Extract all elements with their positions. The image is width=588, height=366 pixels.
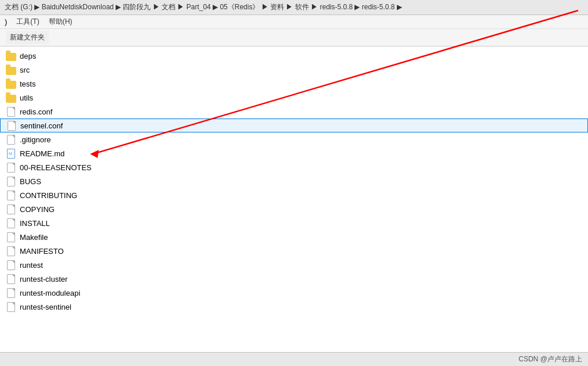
file-name-label: sentinel.conf bbox=[20, 121, 63, 130]
file-icon bbox=[7, 191, 15, 200]
new-folder-button[interactable]: 新建文件夹 bbox=[6, 31, 49, 44]
list-item[interactable]: redis.conf bbox=[0, 105, 588, 119]
file-name-label: src bbox=[20, 66, 30, 74]
file-name-label: runtest-cluster bbox=[20, 275, 67, 284]
file-icon bbox=[7, 177, 15, 186]
file-name-label: runtest-sentinel bbox=[20, 303, 71, 311]
file-icon bbox=[7, 163, 15, 173]
file-name-label: MANIFESTO bbox=[20, 247, 64, 256]
file-icon bbox=[7, 232, 15, 242]
file-icon bbox=[7, 107, 15, 117]
file-name-label: utils bbox=[20, 94, 33, 102]
list-item[interactable]: MANIFESTO bbox=[0, 244, 588, 258]
file-name-label: 00-RELEASENOTES bbox=[20, 163, 92, 172]
list-item[interactable]: README.md bbox=[0, 146, 588, 160]
file-icon bbox=[7, 218, 15, 228]
file-name-label: redis.conf bbox=[20, 107, 52, 116]
file-icon bbox=[7, 260, 15, 270]
list-item[interactable]: runtest-cluster bbox=[0, 272, 588, 286]
list-item[interactable]: sentinel.conf bbox=[0, 119, 588, 132]
list-item[interactable]: tests bbox=[0, 77, 588, 91]
file-name-label: .gitignore bbox=[20, 135, 51, 144]
list-item[interactable]: utils bbox=[0, 91, 588, 105]
folder-icon bbox=[6, 53, 16, 61]
list-item[interactable]: deps bbox=[0, 49, 588, 63]
file-name-label: COPYING bbox=[20, 205, 55, 214]
file-icon bbox=[8, 121, 16, 131]
list-item[interactable]: INSTALL bbox=[0, 216, 588, 230]
status-text: CSDN @卢卢在路上 bbox=[518, 354, 582, 364]
file-icon bbox=[7, 246, 15, 256]
toolbar: 新建文件夹 bbox=[0, 29, 588, 46]
list-item[interactable]: COPYING bbox=[0, 202, 588, 216]
menu-help[interactable]: 帮助(H) bbox=[49, 17, 73, 27]
breadcrumb-text: 文档 (G:) ▶ BaiduNetdiskDownload ▶ 四阶段九 ▶ … bbox=[5, 2, 402, 12]
file-name-label: README.md bbox=[20, 149, 64, 158]
file-name-label: Makefile bbox=[20, 233, 48, 242]
file-icon bbox=[7, 135, 15, 145]
md-file-icon bbox=[7, 149, 15, 159]
file-icon bbox=[7, 302, 15, 312]
file-name-label: deps bbox=[20, 52, 36, 60]
folder-icon bbox=[6, 67, 16, 75]
list-item[interactable]: 00-RELEASENOTES bbox=[0, 160, 588, 174]
menu-tools[interactable]: 工具(T) bbox=[16, 17, 39, 27]
file-name-label: runtest-moduleapi bbox=[20, 289, 80, 297]
status-bar: CSDN @卢卢在路上 bbox=[0, 352, 588, 366]
menu-placeholder: ) bbox=[5, 17, 7, 26]
file-name-label: runtest bbox=[20, 261, 43, 270]
list-item[interactable]: runtest-sentinel bbox=[0, 300, 588, 314]
file-name-label: CONTRIBUTING bbox=[20, 191, 77, 200]
folder-icon bbox=[6, 81, 16, 89]
file-icon bbox=[7, 204, 15, 214]
folder-icon bbox=[6, 95, 16, 103]
list-item[interactable]: runtest bbox=[0, 258, 588, 272]
list-item[interactable]: src bbox=[0, 63, 588, 77]
file-icon bbox=[7, 274, 15, 284]
file-list: depssrctestsutilsredis.confsentinel.conf… bbox=[0, 46, 588, 352]
file-name-label: BUGS bbox=[20, 177, 41, 186]
file-name-label: INSTALL bbox=[20, 219, 50, 228]
list-item[interactable]: BUGS bbox=[0, 174, 588, 188]
file-icon bbox=[7, 288, 15, 298]
menu-bar: ) 工具(T) 帮助(H) bbox=[0, 15, 588, 29]
list-item[interactable]: runtest-moduleapi bbox=[0, 286, 588, 300]
list-item[interactable]: Makefile bbox=[0, 230, 588, 244]
list-item[interactable]: .gitignore bbox=[0, 132, 588, 146]
breadcrumb-bar: 文档 (G:) ▶ BaiduNetdiskDownload ▶ 四阶段九 ▶ … bbox=[0, 0, 588, 15]
list-item[interactable]: CONTRIBUTING bbox=[0, 188, 588, 202]
file-name-label: tests bbox=[20, 80, 35, 88]
